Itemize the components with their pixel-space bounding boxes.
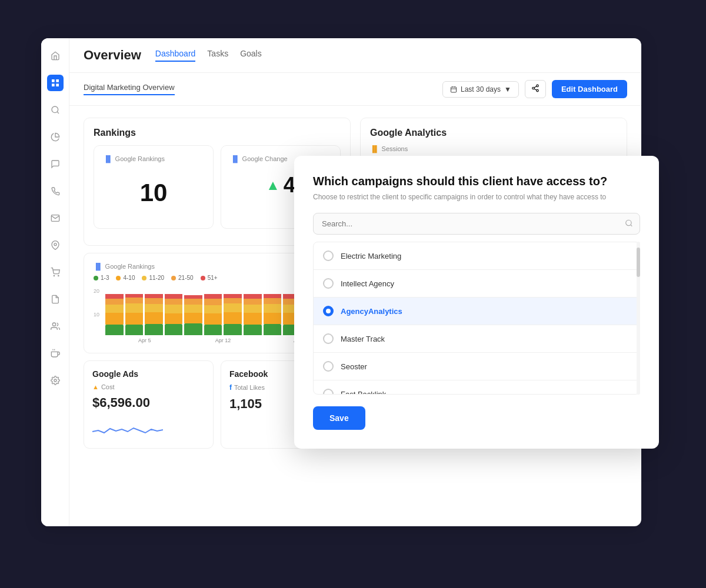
sidebar-icon-file[interactable] <box>47 291 64 308</box>
campaign-name-3: Master Track <box>341 335 385 343</box>
campaign-name-0: Electric Marketing <box>341 252 401 260</box>
radio-seoster <box>323 361 334 372</box>
svg-rect-1 <box>56 79 59 82</box>
campaign-name-5: Fast Backlink <box>341 390 386 395</box>
header-actions: Last 30 days ▼ Edit Dashboard <box>442 80 627 98</box>
edit-dashboard-button[interactable]: Edit Dashboard <box>552 80 627 98</box>
date-range-button[interactable]: Last 30 days ▼ <box>442 81 519 98</box>
cost-label: ▲ Cost <box>92 383 205 390</box>
sidebar-icon-chart[interactable] <box>47 129 64 145</box>
sidebar-icon-search[interactable] <box>47 102 64 118</box>
bar-group-3 <box>145 288 163 335</box>
bar-group-8 <box>244 288 262 335</box>
svg-line-32 <box>631 225 632 226</box>
radio-agency-analytics <box>323 306 334 316</box>
svg-point-8 <box>58 275 58 276</box>
nav-tabs: Dashboard Tasks Goals <box>155 49 262 62</box>
tab-goals[interactable]: Goals <box>240 49 262 62</box>
campaign-modal: Which campaigns should this client have … <box>294 156 659 449</box>
sidebar-icon-mail[interactable] <box>47 210 64 226</box>
bar-chart-icon-2: ▐▌ <box>231 155 240 162</box>
bar-icon: ▐▌ <box>94 263 103 270</box>
svg-point-19 <box>537 89 539 92</box>
sidebar <box>41 38 69 526</box>
rankings-title: Rankings <box>94 128 341 138</box>
tab-dashboard[interactable]: Dashboard <box>155 49 196 62</box>
radio-intellect-agency <box>323 278 334 289</box>
page-title: Overview <box>84 48 141 63</box>
bar-group-2 <box>125 288 144 335</box>
tab-tasks[interactable]: Tasks <box>207 49 228 62</box>
date-range-label: Last 30 days <box>461 85 501 93</box>
campaign-item-4[interactable]: Seoster <box>314 353 640 380</box>
bar-group-1 <box>105 288 124 335</box>
bar-group-4 <box>165 288 183 335</box>
legend-21-50: 21-50 <box>171 275 194 281</box>
campaign-search-input[interactable] <box>313 213 640 235</box>
bar-group-7 <box>224 288 242 335</box>
svg-rect-2 <box>52 83 55 86</box>
sidebar-icon-cart[interactable] <box>47 264 64 280</box>
svg-point-4 <box>52 106 58 113</box>
google-ads-card: Google Ads ▲ Cost $6,596.00 <box>84 360 214 449</box>
search-icon <box>625 219 633 229</box>
sessions-subtitle: ▐▌ Sessions <box>370 145 617 152</box>
radio-electric-marketing <box>323 250 334 261</box>
campaign-list: Electric Marketing Intellect Agency Agen… <box>313 242 640 395</box>
svg-line-5 <box>57 112 59 113</box>
search-container <box>313 213 640 235</box>
sidebar-icon-home[interactable] <box>47 48 64 64</box>
radio-fast-backlink <box>323 389 334 395</box>
share-button[interactable] <box>525 80 546 98</box>
sidebar-icon-settings[interactable] <box>47 372 64 389</box>
ads-triangle-icon: ▲ <box>92 383 99 390</box>
bar-chart-icon: ▐▌ <box>104 155 113 162</box>
svg-rect-13 <box>451 87 456 92</box>
legend-1-3: 1-3 <box>94 275 109 281</box>
campaign-item-2[interactable]: AgencyAnalytics <box>314 298 640 325</box>
triangle-up-icon: ▲ <box>266 177 280 193</box>
bar-group-5 <box>184 288 202 335</box>
sidebar-icon-users[interactable] <box>47 318 64 335</box>
google-rankings-card: ▐▌ Google Rankings 10 <box>94 145 214 229</box>
chevron-down-icon: ▼ <box>504 85 511 93</box>
radio-master-track <box>323 333 334 344</box>
scrollbar-track <box>637 242 640 395</box>
svg-point-18 <box>532 87 535 89</box>
campaign-item-5[interactable]: Fast Backlink <box>314 380 640 395</box>
sidebar-icon-chat[interactable] <box>47 156 64 172</box>
sidebar-icon-apps[interactable] <box>47 75 64 91</box>
google-rankings-value: 10 <box>104 167 204 219</box>
modal-footer: Save <box>313 406 640 430</box>
campaign-item-0[interactable]: Electric Marketing <box>314 242 640 270</box>
subheader: Digital Marketing Overview Last 30 days … <box>69 73 641 106</box>
svg-line-21 <box>534 86 537 88</box>
cost-value: $6,596.00 <box>92 395 205 410</box>
legend-4-10: 4-10 <box>116 275 135 281</box>
sidebar-icon-plug[interactable] <box>47 345 64 362</box>
svg-point-12 <box>54 379 56 382</box>
x-label-1: Apr 5 <box>105 338 184 343</box>
legend-51+: 51+ <box>201 275 218 281</box>
svg-line-20 <box>534 89 537 90</box>
svg-point-17 <box>537 85 539 87</box>
bar-group-6 <box>204 288 222 335</box>
svg-point-7 <box>54 275 54 276</box>
analytics-title: Google Analytics <box>370 128 617 138</box>
svg-point-31 <box>626 220 631 225</box>
google-rankings-subtitle: ▐▌ Google Rankings <box>104 155 204 162</box>
modal-title: Which campaigns should this client have … <box>313 175 640 188</box>
save-button[interactable]: Save <box>313 406 365 430</box>
campaign-name-2: AgencyAnalytics <box>341 307 402 316</box>
bar-icon-analytics: ▐▌ <box>370 145 379 152</box>
sidebar-icon-phone[interactable] <box>47 183 64 199</box>
bar-group-9 <box>264 288 282 335</box>
top-navigation: Overview Dashboard Tasks Goals <box>69 38 641 73</box>
scrollbar-thumb[interactable] <box>637 248 640 277</box>
campaign-item-1[interactable]: Intellect Agency <box>314 270 640 298</box>
campaign-list-wrapper: Electric Marketing Intellect Agency Agen… <box>313 242 640 395</box>
legend-11-20: 11-20 <box>142 275 164 281</box>
svg-rect-3 <box>56 83 59 86</box>
sidebar-icon-location[interactable] <box>47 237 64 253</box>
campaign-item-3[interactable]: Master Track <box>314 325 640 353</box>
